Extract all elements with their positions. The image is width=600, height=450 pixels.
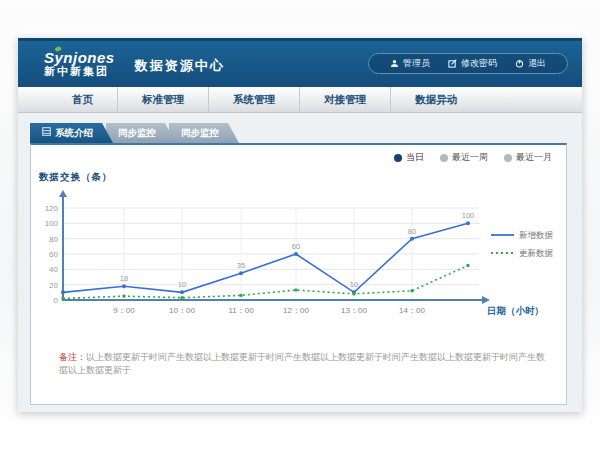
user-menu: 管理员 修改密码 退出 [368,53,568,74]
change-password-button[interactable]: 修改密码 [439,57,506,70]
power-icon [515,59,524,68]
svg-text:80: 80 [408,227,416,236]
nav-item-home[interactable]: 首页 [48,87,117,112]
svg-text:100: 100 [462,211,475,220]
radio-today[interactable]: 当日 [394,151,424,164]
change-password-label: 修改密码 [461,57,497,70]
user-menu-username[interactable]: 管理员 [381,57,439,70]
svg-text:20: 20 [49,281,58,290]
svg-text:100: 100 [45,219,59,228]
nav-item-system[interactable]: 系统管理 [208,87,299,112]
svg-text:11：00: 11：00 [228,306,254,315]
svg-text:13：00: 13：00 [341,306,367,315]
radio-last-week[interactable]: 最近一周 [440,151,488,164]
username-label: 管理员 [403,57,430,70]
radio-label: 最近一周 [452,151,488,164]
radio-icon [440,154,448,162]
edit-icon [448,59,457,68]
time-filter-group: 当日 最近一周 最近一月 [394,151,552,164]
logout-label: 退出 [528,57,546,70]
content-area: 系统介绍 同步监控 同步监控 当日 最近一周 [18,113,582,405]
footnote-label: 备注： [59,352,86,362]
logo-primary-text: Synjones [44,49,115,66]
svg-text:80: 80 [49,235,58,244]
person-icon [390,59,399,68]
svg-text:12：00: 12：00 [283,306,309,315]
radio-selected-icon [394,154,402,162]
svg-text:60: 60 [49,250,58,259]
grid-icon [42,123,51,143]
tab-sync-monitor-2[interactable]: 同步监控 [169,123,239,143]
logo: Synjones 新中新集团 [44,50,115,77]
svg-text:更新数据: 更新数据 [519,248,554,258]
app-window: Synjones 新中新集团 数据资源中心 管理员 修改密码 [18,38,582,412]
line-chart: 0204060801001209：0010：0011：0012：0013：001… [31,187,566,347]
svg-text:60: 60 [292,242,300,251]
svg-text:10: 10 [178,280,186,289]
page-title: 数据资源中心 [135,57,225,75]
svg-text:10：00: 10：00 [169,306,195,315]
tab-system-intro[interactable]: 系统介绍 [30,123,113,143]
chart-panel: 当日 最近一周 最近一月 数据交换（条） 0204060801001209：00… [30,143,567,405]
svg-text:40: 40 [49,265,58,274]
logo-secondary-text: 新中新集团 [44,66,115,78]
radio-label: 当日 [406,151,424,164]
radio-last-month[interactable]: 最近一月 [504,151,552,164]
svg-text:120: 120 [45,204,59,213]
svg-text:14：00: 14：00 [399,306,425,315]
tab-label: 同步监控 [181,123,219,143]
tab-bar: 系统介绍 同步监控 同步监控 [18,123,582,143]
radio-icon [504,154,512,162]
svg-text:0: 0 [54,296,59,305]
logout-button[interactable]: 退出 [506,57,555,70]
screenshot-canvas: Synjones 新中新集团 数据资源中心 管理员 修改密码 [0,0,600,450]
svg-text:日期（小时）: 日期（小时） [487,305,544,317]
svg-text:新增数据: 新增数据 [519,230,554,240]
svg-text:35: 35 [237,261,245,270]
radio-label: 最近一月 [516,151,552,164]
footnote: 备注：以上数据更新于时间产生数据以上数据更新于时间产生数据以上数据更新于时间产生… [59,351,552,376]
tab-label: 同步监控 [118,123,156,143]
svg-text:18: 18 [120,274,128,283]
main-nav: 首页 标准管理 系统管理 对接管理 数据异动 [18,87,582,113]
svg-text:9：00: 9：00 [113,306,135,315]
footnote-text: 以上数据更新于时间产生数据以上数据更新于时间产生数据以上数据更新于时间产生数据以… [59,352,545,375]
nav-item-data-changes[interactable]: 数据异动 [390,87,481,112]
svg-text:10: 10 [350,280,358,289]
nav-item-standards[interactable]: 标准管理 [117,87,208,112]
nav-item-integration[interactable]: 对接管理 [299,87,390,112]
logo-wordmark: Synjones [44,50,115,66]
tab-sync-monitor-1[interactable]: 同步监控 [106,123,176,143]
y-axis-title: 数据交换（条） [39,171,113,184]
app-header: Synjones 新中新集团 数据资源中心 管理员 修改密码 [18,41,582,87]
tab-label: 系统介绍 [55,123,93,143]
